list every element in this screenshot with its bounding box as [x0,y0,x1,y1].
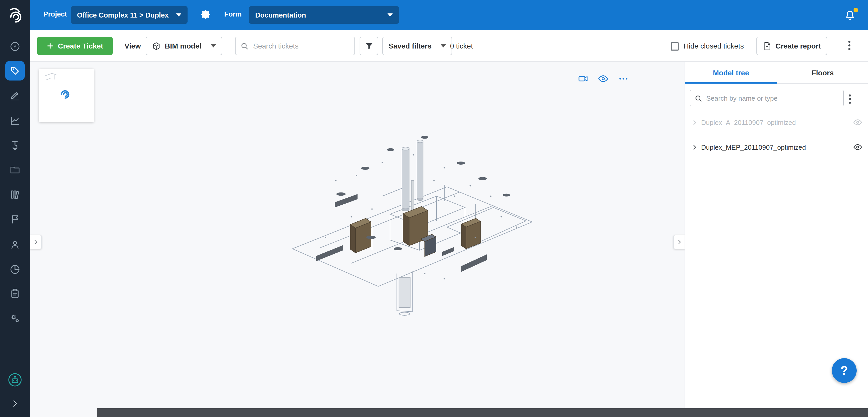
saved-filters-selector[interactable]: Saved filters [382,37,452,55]
view-mode-value: BIM model [165,42,202,50]
application-window: Project Office Complex 11 > Duplex Form … [0,0,868,417]
kebab-menu-icon[interactable] [848,41,850,50]
chevron-down-icon [388,13,393,16]
tab-floors-label: Floors [812,68,834,77]
flag-icon[interactable] [9,214,21,225]
saved-filters-label: Saved filters [389,42,432,50]
ellipsis-icon[interactable] [618,73,629,84]
panel-kebab-menu-icon[interactable] [849,95,851,104]
section-camera-icon[interactable] [578,73,588,84]
create-ticket-label: Create Ticket [58,42,103,50]
help-button[interactable]: ? [832,358,857,383]
checklist-icon[interactable] [9,288,21,299]
hoist-icon[interactable] [9,140,21,151]
form-selector-value: Documentation [255,11,306,19]
project-selector[interactable]: Office Complex 11 > Duplex [71,6,188,24]
viewpoint-thumbnail[interactable] [39,69,94,122]
tab-model-tree[interactable]: Model tree [685,62,777,83]
approvals-icon[interactable] [9,90,21,101]
create-report-button[interactable]: Create report [756,37,827,55]
tree-row[interactable]: Duplex_A_20110907_optimized [685,113,868,131]
library-icon[interactable] [9,189,21,200]
app-logo-icon [6,6,24,24]
expand-left-panel-button[interactable] [30,235,42,249]
plus-icon [46,42,54,49]
chevron-right-icon[interactable] [691,144,698,150]
filter-button[interactable] [360,37,378,55]
assistant-robot-icon[interactable] [7,372,23,388]
ticket-toolbar: Create Ticket View BIM model Saved f [30,30,868,62]
funnel-icon [365,41,373,50]
model-viewport[interactable] [30,62,685,417]
ticket-search-input[interactable] [252,41,350,50]
tab-floors[interactable]: Floors [777,62,868,83]
bottom-taskbar-strip [97,408,868,417]
eye-icon[interactable] [853,142,862,152]
chevron-right-icon[interactable] [691,119,698,126]
help-label: ? [840,363,848,378]
hide-closed-checkbox[interactable] [671,42,679,50]
cube-icon [152,41,161,50]
chevron-down-icon [441,44,446,47]
view-mode-selector[interactable]: BIM model [146,37,222,55]
eye-icon[interactable] [853,118,862,127]
search-icon [694,94,702,102]
create-ticket-button[interactable]: Create Ticket [37,37,113,55]
view-label: View [125,42,141,50]
integrations-icon[interactable] [9,313,21,324]
search-icon [240,42,249,50]
ticket-search [235,37,355,55]
insights-icon[interactable] [9,264,21,275]
tab-model-tree-label: Model tree [713,68,749,77]
stats-icon[interactable] [9,115,21,126]
collapse-right-panel-button[interactable] [673,235,685,249]
viewer-overlay-toolbar [578,73,629,84]
chevron-down-icon [211,44,216,47]
folder-icon[interactable] [9,164,21,175]
eye-icon[interactable] [598,73,609,84]
form-selector[interactable]: Documentation [249,6,399,24]
bim-3d-model[interactable] [289,119,537,322]
hide-closed-label: Hide closed tickets [684,42,744,50]
create-report-label: Create report [776,42,821,50]
project-selector-value: Office Complex 11 > Duplex [77,11,169,19]
tree-row[interactable]: Duplex_MEP_20110907_optimized [685,138,868,156]
tree-node-label[interactable]: Duplex_A_20110907_optimized [701,118,850,126]
panel-tabs: Model tree Floors [685,62,868,83]
model-search [690,90,844,106]
ticket-count: 0 ticket [450,42,473,50]
project-label: Project [43,10,67,18]
gear-icon[interactable] [200,9,212,20]
contacts-icon[interactable] [9,239,21,250]
collapse-chevron-icon[interactable] [10,399,20,408]
dashboard-icon[interactable] [9,41,21,52]
form-label: Form [224,10,242,18]
model-search-input[interactable] [705,94,839,102]
pdf-report-icon [763,41,771,50]
tree-node-label[interactable]: Duplex_MEP_20110907_optimized [701,143,850,151]
chevron-down-icon [176,13,181,16]
top-bar: Project Office Complex 11 > Duplex Form … [0,0,868,30]
left-sidebar [0,30,30,417]
app-logo[interactable] [0,0,30,30]
tickets-tag-icon[interactable] [5,61,25,80]
notification-dot [854,8,858,12]
notifications-button[interactable] [844,9,859,22]
